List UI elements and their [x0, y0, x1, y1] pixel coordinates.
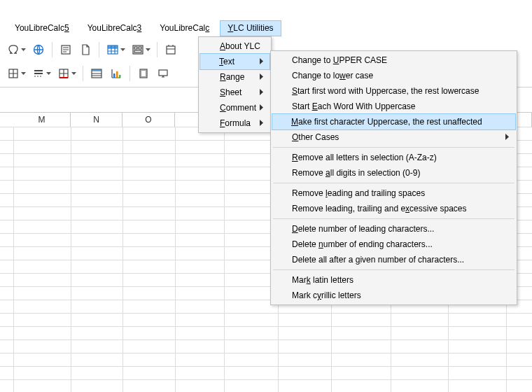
svg-rect-6 — [139, 47, 141, 49]
svg-rect-14 — [113, 74, 115, 78]
separator — [52, 42, 52, 57]
toolbar-row-1 — [4, 39, 180, 60]
menubar-item[interactable]: YouLibreCalc3 — [80, 20, 150, 36]
separator — [130, 66, 130, 81]
menu-item[interactable]: Delete number of ending characters... — [272, 237, 515, 252]
text-submenu: Change to UPPER CASEChange to lower case… — [270, 50, 517, 305]
menu-item[interactable]: Remove all digits in selection (0-9) — [272, 165, 515, 181]
menu-item[interactable]: Mark latin letters — [272, 272, 515, 288]
hyperlink-icon[interactable] — [29, 41, 48, 59]
chevron-right-icon — [260, 58, 264, 64]
sort-icon[interactable] — [88, 64, 106, 83]
border-style-icon[interactable] — [29, 64, 53, 83]
menu-item[interactable]: Remove all letters in selection (A-Za-z) — [272, 150, 515, 165]
separator — [157, 42, 158, 57]
chevron-right-icon — [260, 104, 264, 111]
toolbar-row-2 — [4, 63, 172, 84]
notes-icon[interactable] — [57, 41, 75, 59]
menu-separator — [273, 147, 514, 148]
print-layout-icon[interactable] — [134, 64, 153, 83]
column-header[interactable]: N — [71, 113, 122, 127]
date-control-icon[interactable] — [162, 41, 180, 59]
form-icon[interactable] — [129, 41, 153, 59]
menu-item[interactable]: Comment — [200, 100, 270, 115]
border-all-icon[interactable] — [4, 64, 28, 83]
menu-item[interactable]: Delete all after a given number of chara… — [272, 252, 515, 267]
menu-item[interactable]: Start first word with Uppercase, the res… — [272, 83, 515, 99]
menu-item[interactable]: About YLC — [200, 38, 270, 54]
svg-rect-13 — [92, 69, 102, 71]
chevron-right-icon — [260, 74, 264, 80]
menubar-item[interactable]: YouLibreCalc5 — [7, 20, 77, 36]
menu-item[interactable]: Text — [200, 53, 270, 70]
menu-item[interactable]: Formula — [200, 115, 270, 131]
menubar-item[interactable]: YouLibreCalc — [152, 20, 217, 36]
menu-separator — [273, 218, 514, 219]
menubar: YouLibreCalc5YouLibreCalc3YouLibreCalcYL… — [0, 20, 284, 36]
menu-item[interactable]: Remove leading and trailing spaces — [272, 186, 515, 201]
chevron-right-icon — [260, 89, 264, 95]
svg-rect-5 — [134, 47, 137, 49]
svg-rect-3 — [108, 46, 118, 48]
separator — [99, 42, 99, 57]
svg-rect-18 — [141, 71, 146, 77]
menu-item[interactable]: Sheet — [200, 85, 270, 100]
menu-item[interactable]: Change to UPPER CASE — [272, 52, 515, 68]
chart-icon[interactable] — [107, 64, 125, 83]
column-header[interactable]: O — [122, 113, 175, 127]
ylc-utilities-menu: About YLCTextRangeSheetCommentFormula — [198, 36, 272, 133]
monitor-icon[interactable] — [154, 64, 172, 83]
svg-rect-16 — [119, 75, 121, 78]
svg-rect-19 — [159, 70, 167, 76]
menu-item[interactable]: Range — [200, 69, 270, 85]
svg-rect-15 — [116, 71, 118, 78]
menu-item[interactable]: Start Each Word With Uppercase — [272, 99, 515, 114]
menu-item[interactable]: Remove leading, trailing and excessive s… — [272, 201, 515, 216]
menu-item[interactable]: Change to lower case — [272, 68, 515, 83]
menu-item[interactable]: Delete number of leading characters... — [272, 221, 515, 237]
chevron-right-icon — [260, 120, 264, 126]
column-header[interactable]: M — [13, 113, 71, 127]
table-icon[interactable] — [104, 41, 127, 59]
menu-separator — [273, 270, 514, 270]
svg-rect-8 — [167, 46, 175, 54]
svg-rect-11 — [59, 77, 68, 78]
chevron-right-icon — [505, 134, 510, 140]
menu-item[interactable]: Make first character Uppercase, the rest… — [272, 113, 516, 130]
border-color-icon[interactable] — [55, 64, 78, 83]
separator — [83, 66, 83, 81]
menu-item[interactable]: Other Cases — [272, 130, 515, 145]
document-icon[interactable] — [76, 41, 94, 59]
svg-rect-7 — [134, 50, 141, 52]
omega-icon[interactable] — [4, 41, 28, 59]
menu-separator — [273, 183, 514, 183]
menubar-item[interactable]: YLC Utilities — [220, 20, 281, 36]
menu-item[interactable]: Mark cyrillic letters — [272, 288, 515, 303]
